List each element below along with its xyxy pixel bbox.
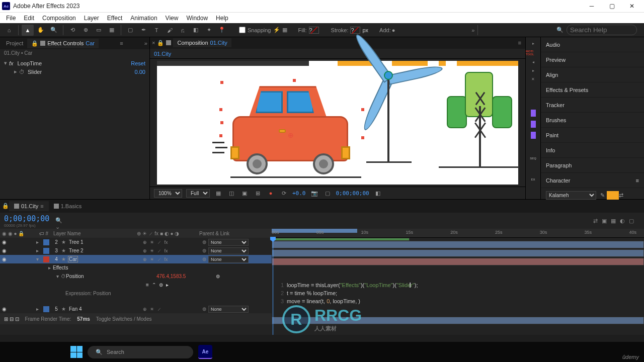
layer-bar-fan4[interactable] (272, 317, 644, 324)
menu-view[interactable]: View (162, 15, 183, 22)
layer-name-header[interactable]: Layer Name (51, 231, 137, 236)
pickwhip-icon[interactable]: ⊚ (202, 306, 206, 312)
guides-icon[interactable]: ⊞ (253, 189, 262, 198)
menu-help[interactable]: Help (212, 15, 232, 22)
panel-preview[interactable]: Preview (541, 52, 644, 67)
viewer-menu-icon[interactable]: ◧ (373, 189, 382, 198)
expr-menu-icon[interactable]: ▸ (166, 282, 169, 288)
layer-tree2[interactable]: ◉ ▸ 3 ★Tree 2 ⊕☀⟋fx ⊚None (0, 246, 272, 255)
label-color[interactable] (43, 256, 49, 262)
reset-exposure-icon[interactable]: ⟳ (279, 189, 288, 198)
label-color[interactable] (43, 239, 49, 245)
panel-character[interactable]: Character ≡ (541, 173, 644, 188)
time-ruler[interactable]: 00s 05s 10s 15s 20s 25s 30s 35s 40s (272, 229, 644, 238)
text-color-swatch[interactable] (607, 191, 619, 200)
minimize-button[interactable]: ─ (582, 0, 602, 12)
prev-comp-icon[interactable]: × (152, 40, 155, 46)
tab-project[interactable]: Project (2, 39, 27, 48)
timeline-tracks[interactable]: 1loopTime = thisLayer("Effects")("LoopTi… (272, 238, 644, 335)
toggle-switches-modes[interactable]: Toggle Switches / Modes (96, 316, 152, 322)
panel-effects-presets[interactable]: Effects & Presets (541, 82, 644, 98)
taskbar-search[interactable]: 🔍 Search (88, 346, 193, 358)
pickwhip-icon[interactable]: ⊚ (202, 248, 206, 253)
font-select[interactable]: Kalameh (546, 191, 596, 200)
twirl-icon[interactable]: ▸ (36, 306, 41, 312)
current-time-indicator[interactable] (273, 238, 273, 335)
eraser-tool[interactable]: ◧ (190, 25, 202, 36)
snap-grid-icon[interactable]: ▦ (282, 27, 287, 33)
work-area[interactable] (272, 229, 357, 233)
layer-bar-car[interactable] (272, 258, 644, 265)
composition-canvas[interactable]: ⊕ (157, 61, 518, 185)
layer-name[interactable]: Tree 1 (68, 239, 85, 245)
effect-looptime[interactable]: ▾ fx LoopTime Reset (0, 59, 149, 67)
viewer-area[interactable]: ⊕ (150, 59, 525, 187)
tab-composition[interactable]: Composition 01.City (173, 38, 231, 47)
menu-animation[interactable]: Animation (126, 15, 161, 22)
add-menu-icon[interactable]: ● (392, 27, 395, 33)
region-icon[interactable]: ▣ (240, 189, 249, 198)
twirl-icon[interactable]: ▸ (48, 265, 51, 270)
pan-behind-tool[interactable]: ⊕ (79, 25, 92, 36)
pickwhip-icon[interactable]: ⊚ (202, 239, 206, 245)
after-effects-taskbar-icon[interactable]: Ae (198, 345, 212, 359)
timeline-tab-city[interactable]: 01.City ≡ (9, 201, 49, 211)
parent-select[interactable]: None (208, 306, 249, 313)
home-tool[interactable]: ⌂ (3, 25, 15, 36)
layer-bar-tree1[interactable] (272, 241, 644, 248)
show-snapshot-icon[interactable]: ▢ (323, 189, 332, 198)
expr-enable-icon[interactable]: ≡ (146, 282, 149, 288)
clone-tool[interactable]: ⎌ (177, 25, 189, 36)
tab-effect-controls[interactable]: 🔒 Effect Controls Car (27, 39, 99, 48)
position-value[interactable]: 476.4,1583.5 (156, 274, 186, 279)
transparency-grid-icon[interactable]: ▦ (214, 189, 223, 198)
panel-paragraph[interactable]: Paragraph (541, 158, 644, 173)
swap-color-icon[interactable]: ⇄ (619, 192, 623, 199)
stopwatch-icon[interactable]: ⏱ (19, 69, 25, 75)
zoom-tool[interactable]: 🔍 (48, 25, 60, 36)
stroke-swatch[interactable]: ? (350, 27, 360, 34)
menu-layer[interactable]: Layer (80, 15, 103, 22)
motion-blur-icon[interactable]: ◐ (620, 218, 625, 224)
pickwhip-icon[interactable]: ⊚ (216, 274, 220, 279)
purple-tag-3[interactable] (531, 132, 536, 139)
panel-audio[interactable]: Audio (541, 37, 644, 52)
snapshot-icon[interactable]: 📷 (310, 189, 319, 198)
close-button[interactable]: ✕ (622, 0, 642, 12)
expr-pickwhip-icon[interactable]: ⊚ (159, 282, 163, 288)
graph-editor-icon[interactable]: ▢ (629, 218, 634, 224)
orbit-tool[interactable]: ⟲ (66, 25, 78, 36)
motiontools-tag[interactable]: MOTI TOOL (526, 50, 540, 56)
maximize-button[interactable]: ▢ (602, 0, 622, 12)
panel-overflow[interactable]: » (144, 40, 147, 46)
layer-name[interactable]: Tree 2 (68, 247, 85, 254)
rect-tool[interactable]: ▭ (93, 25, 105, 36)
snap-opt-icon[interactable]: ⚡ (273, 27, 280, 33)
twirl-icon[interactable]: ▾ (4, 60, 7, 66)
parent-select[interactable]: None (208, 239, 249, 246)
layer-car[interactable]: ◉ ▾ 4 ★Car ⊕☀⟋fx ⊚None (0, 255, 272, 263)
twirl-icon[interactable]: ▾ (56, 274, 59, 279)
layer-fan4[interactable]: ◉ ▸ 5 ★Fan 4 ⊕☀⟋ ⊚None (0, 305, 272, 313)
type-tool[interactable]: T (150, 25, 163, 36)
panel-tracker[interactable]: Tracker (541, 98, 644, 113)
channel-icon[interactable]: ● (266, 189, 275, 198)
expression-editor[interactable]: 1loopTime = thisLayer("Effects")("LoopTi… (277, 281, 644, 305)
expand-icon[interactable]: ◂ (532, 60, 534, 64)
layer-name[interactable]: Car (68, 256, 78, 262)
timeline-right[interactable]: 00s 05s 10s 15s 20s 25s 30s 35s 40s 1loo… (272, 229, 644, 335)
lock-icon[interactable]: 🔒 (2, 203, 9, 210)
panel-brushes[interactable]: Brushes (541, 113, 644, 128)
layer-bar-tree2[interactable] (272, 249, 644, 257)
menu-window[interactable]: Window (182, 15, 212, 22)
collapse-icon[interactable]: ▸ (532, 41, 534, 46)
mask-icon[interactable]: ◫ (227, 189, 236, 198)
eyedropper-icon[interactable]: ✎ (600, 192, 605, 199)
panel-menu-icon[interactable]: ≡ (118, 40, 125, 46)
stopwatch-icon[interactable]: ⏱ (61, 274, 66, 279)
toolbar-overflow[interactable]: » (471, 27, 474, 33)
seq-tag[interactable]: SEQ (530, 157, 536, 160)
visibility-icon[interactable]: ◉ (2, 239, 8, 245)
zoom-select[interactable]: 100% (154, 189, 182, 198)
mask-tool[interactable]: ▦ (106, 25, 118, 36)
